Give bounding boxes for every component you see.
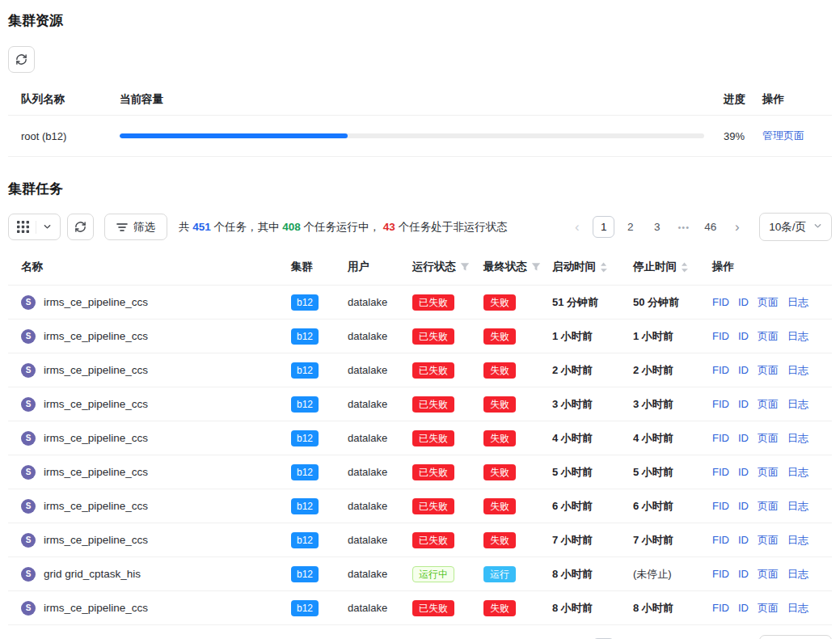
summary-num-total: 451 (192, 221, 211, 233)
pagination-next-icon[interactable]: › (726, 216, 748, 238)
action-link-log[interactable]: 日志 (787, 601, 808, 616)
action-link-log[interactable]: 日志 (787, 465, 808, 480)
action-link-fid[interactable]: FID (712, 466, 729, 478)
action-link-page[interactable]: 页面 (758, 397, 779, 412)
layout-settings-button[interactable] (8, 214, 61, 240)
action-link-fid[interactable]: FID (712, 568, 729, 580)
action-link-id[interactable]: ID (738, 364, 749, 376)
action-link-page[interactable]: 页面 (758, 567, 779, 582)
task-name: irms_ce_pipeline_ccs (44, 296, 148, 308)
task-final-status-cell: 运行 (483, 566, 552, 582)
task-run-status-cell: 已失败 (412, 396, 483, 413)
run-status-badge: 已失败 (412, 532, 454, 548)
pagination-page-2[interactable]: 2 (619, 216, 641, 238)
final-status-badge: 失败 (483, 600, 516, 616)
run-status-badge: 已失败 (412, 430, 454, 446)
action-link-fid[interactable]: FID (712, 364, 729, 376)
task-name: irms_ce_pipeline_ccs (44, 364, 148, 376)
action-link-fid[interactable]: FID (712, 432, 729, 444)
resources-toolbar (8, 46, 832, 73)
pagination-page-46[interactable]: 46 (699, 216, 721, 238)
task-avatar: S (21, 499, 36, 514)
task-actions: FIDID页面日志 (712, 329, 832, 344)
action-link-id[interactable]: ID (738, 602, 749, 614)
stop-time: 3 小时前 (633, 397, 712, 412)
task-cluster-cell: b12 (291, 328, 348, 345)
task-final-status-cell: 失败 (483, 328, 552, 345)
page-size-select[interactable]: 10条/页 (759, 213, 832, 241)
task-cluster-cell: b12 (291, 566, 348, 582)
action-link-id[interactable]: ID (738, 500, 749, 512)
page-size-select[interactable]: 10条/页 (759, 635, 832, 639)
cluster-badge: b12 (291, 532, 319, 548)
refresh-icon (74, 221, 87, 233)
task-avatar: S (21, 567, 36, 582)
action-link-log[interactable]: 日志 (787, 567, 808, 582)
action-link-fid[interactable]: FID (712, 398, 729, 410)
tasks-refresh-button[interactable] (67, 214, 94, 240)
resources-refresh-button[interactable] (8, 46, 35, 73)
action-link-id[interactable]: ID (738, 330, 749, 342)
stop-time: 5 小时前 (633, 465, 712, 480)
task-run-status-cell: 已失败 (412, 600, 483, 616)
task-row: S grid grid_cptask_his b12 datalake 运行中 … (8, 557, 832, 591)
tasks-header-start-time[interactable]: 启动时间 (552, 260, 633, 274)
action-link-page[interactable]: 页面 (758, 431, 779, 446)
action-link-log[interactable]: 日志 (787, 499, 808, 514)
tasks-header-actions: 操作 (712, 260, 832, 274)
action-link-id[interactable]: ID (738, 466, 749, 478)
resources-table-header: 队列名称 当前容量 进度 操作 (8, 84, 832, 116)
task-user: datalake (348, 330, 412, 342)
task-run-status-cell: 运行中 (412, 566, 483, 582)
bottom-pagination-bar: ‹123•••46› 10条/页 (8, 635, 832, 639)
action-link-id[interactable]: ID (738, 296, 749, 308)
action-link-fid[interactable]: FID (712, 500, 729, 512)
task-run-status-cell: 已失败 (412, 498, 483, 514)
filter-button[interactable]: 筛选 (104, 214, 167, 240)
action-link-fid[interactable]: FID (712, 296, 729, 308)
action-link-page[interactable]: 页面 (758, 465, 779, 480)
action-link-log[interactable]: 日志 (787, 431, 808, 446)
action-link-id[interactable]: ID (738, 398, 749, 410)
action-link-page[interactable]: 页面 (758, 363, 779, 378)
action-link-id[interactable]: ID (738, 432, 749, 444)
action-link-fid[interactable]: FID (712, 330, 729, 342)
action-link-log[interactable]: 日志 (787, 533, 808, 548)
stop-time: 8 小时前 (633, 601, 712, 616)
manage-page-link[interactable]: 管理页面 (762, 129, 804, 142)
action-link-page[interactable]: 页面 (758, 533, 779, 548)
task-cluster-cell: b12 (291, 430, 348, 446)
action-link-page[interactable]: 页面 (758, 499, 779, 514)
action-link-fid[interactable]: FID (712, 534, 729, 546)
summary-text: 个任务运行中， (301, 221, 383, 233)
tasks-header-stop-time[interactable]: 停止时间 (633, 260, 712, 274)
action-link-fid[interactable]: FID (712, 602, 729, 614)
sort-icon[interactable] (681, 262, 688, 273)
filter-funnel-icon[interactable] (460, 262, 470, 272)
sort-icon[interactable] (600, 262, 607, 273)
action-link-log[interactable]: 日志 (787, 295, 808, 310)
action-link-id[interactable]: ID (738, 568, 749, 580)
start-time: 8 小时前 (552, 601, 633, 616)
stop-time: 1 小时前 (633, 329, 712, 344)
task-user: datalake (348, 432, 412, 444)
action-link-id[interactable]: ID (738, 534, 749, 546)
task-run-status-cell: 已失败 (412, 294, 483, 311)
pagination-ellipsis[interactable]: ••• (673, 216, 694, 238)
action-link-page[interactable]: 页面 (758, 329, 779, 344)
action-link-log[interactable]: 日志 (787, 397, 808, 412)
pagination-page-1[interactable]: 1 (593, 216, 614, 238)
filter-funnel-icon[interactable] (531, 262, 541, 272)
cluster-resources-title: 集群资源 (8, 6, 832, 35)
action-link-page[interactable]: 页面 (758, 295, 779, 310)
resource-row: root (b12) 39% 管理页面 (8, 116, 832, 157)
task-name: irms_ce_pipeline_ccs (44, 602, 148, 614)
action-link-log[interactable]: 日志 (787, 363, 808, 378)
action-link-log[interactable]: 日志 (787, 329, 808, 344)
pagination-page-3[interactable]: 3 (646, 216, 668, 238)
pagination-prev-icon[interactable]: ‹ (566, 216, 588, 238)
task-run-status-cell: 已失败 (412, 464, 483, 480)
refresh-icon (15, 53, 27, 66)
action-link-page[interactable]: 页面 (758, 601, 779, 616)
start-time: 3 小时前 (552, 397, 633, 412)
